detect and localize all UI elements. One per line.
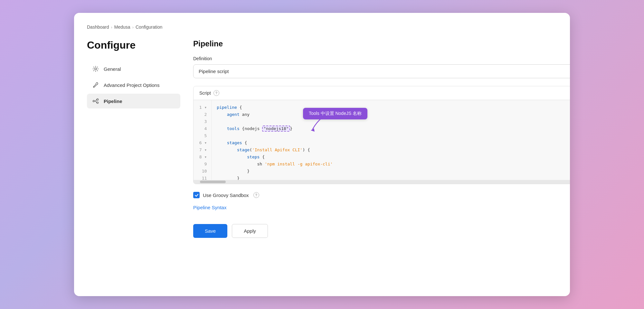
section-title: Pipeline [193, 39, 570, 48]
svg-point-0 [95, 68, 97, 70]
scrollbar-x[interactable] [194, 180, 570, 184]
sidebar-nav: General Advanced Project Options [87, 61, 180, 108]
svg-point-3 [97, 99, 99, 100]
pipeline-icon [92, 98, 99, 105]
save-button[interactable]: Save [193, 224, 227, 238]
nodejs-highlight: "nodejs18" [262, 126, 290, 132]
line-numbers: 1 ▾ 2 3 4 5 6 ▾ 7 ▾ 8 ▾ 9 10 11 12 13 ▾ … [194, 100, 212, 184]
main-window: Dashboard › Medusa › Configuration Confi… [74, 13, 570, 296]
svg-point-1 [94, 87, 94, 87]
breadcrumb-configuration[interactable]: Configuration [136, 24, 162, 30]
help-icon[interactable]: ? [213, 90, 219, 96]
configure-title: Configure [87, 39, 180, 51]
breadcrumb-sep-1: › [111, 25, 112, 30]
sidebar-pipeline-label: Pipeline [104, 98, 122, 104]
script-section: Script ? 1 ▾ 2 3 4 5 6 ▾ 7 ▾ 8 ▾ 9 10 [193, 86, 570, 184]
sidebar-advanced-label: Advanced Project Options [104, 82, 159, 88]
sidebar-item-advanced[interactable]: Advanced Project Options [87, 78, 180, 92]
sidebar: Configure General [87, 39, 190, 285]
sidebar-item-pipeline[interactable]: Pipeline [87, 94, 180, 108]
scrollbar-x-thumb[interactable] [200, 181, 226, 183]
tooltip-arrow-svg [309, 117, 326, 132]
footer-buttons: Save Apply [193, 221, 570, 238]
groovy-sandbox-help-icon[interactable]: ? [253, 192, 259, 198]
content-area: Pipeline Definition Pipeline script Pipe… [190, 39, 570, 285]
sidebar-item-general[interactable]: General [87, 61, 180, 76]
breadcrumb: Dashboard › Medusa › Configuration [87, 24, 557, 30]
code-editor[interactable]: pipeline { agent any tools {nodejs "node… [212, 100, 570, 184]
script-label: Script [199, 90, 211, 96]
definition-select-wrapper: Pipeline script Pipeline script from SCM… [193, 64, 570, 78]
breadcrumb-dashboard[interactable]: Dashboard [87, 24, 109, 30]
groovy-sandbox-checkbox[interactable] [193, 192, 200, 198]
groovy-sandbox-row: Use Groovy Sandbox ? [193, 192, 570, 198]
script-body: 1 ▾ 2 3 4 5 6 ▾ 7 ▾ 8 ▾ 9 10 11 12 13 ▾ … [194, 100, 570, 184]
sidebar-general-label: General [104, 66, 121, 72]
apply-button[interactable]: Apply [232, 224, 268, 238]
pipeline-syntax-link[interactable]: Pipeline Syntax [193, 205, 226, 210]
definition-select[interactable]: Pipeline script Pipeline script from SCM [193, 64, 570, 78]
tooltip-container: Tools 中设置 NodeJS 名称 [303, 108, 367, 119]
script-header: Script ? [194, 86, 570, 100]
groovy-sandbox-label: Use Groovy Sandbox [203, 192, 249, 198]
main-layout: Configure General [87, 39, 557, 285]
svg-point-2 [93, 100, 95, 102]
definition-label: Definition [193, 56, 570, 61]
breadcrumb-medusa[interactable]: Medusa [114, 24, 130, 30]
gear-icon [92, 65, 99, 72]
breadcrumb-sep-2: › [132, 25, 134, 30]
svg-point-4 [97, 102, 99, 104]
wrench-icon [92, 81, 99, 89]
